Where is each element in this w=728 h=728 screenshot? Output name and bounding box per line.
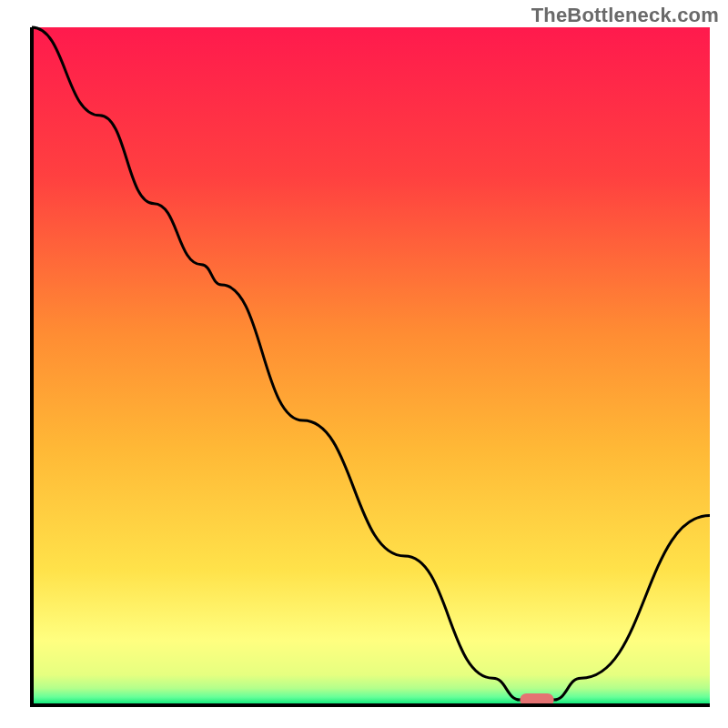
- watermark-text: TheBottleneck.com: [531, 4, 719, 27]
- plot-background: [32, 27, 710, 705]
- chart-canvas: [0, 0, 728, 728]
